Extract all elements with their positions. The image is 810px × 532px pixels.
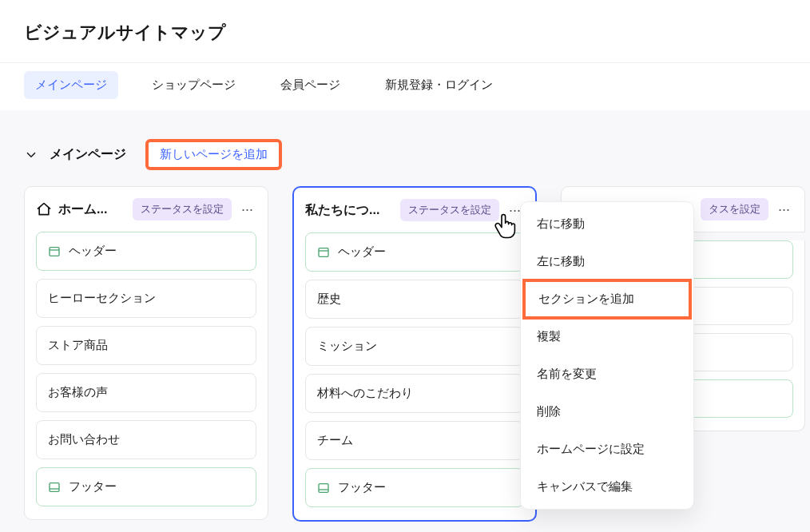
section-item-header[interactable]: ヘッダー xyxy=(305,232,524,272)
layout-icon xyxy=(48,245,61,258)
svg-rect-6 xyxy=(319,483,328,492)
section-item[interactable]: ミッション xyxy=(305,327,524,366)
page-card-home[interactable]: ホーム... ステータスを設定 ··· ヘッダー ヒーローセクション ストア商品… xyxy=(24,186,268,520)
section-label: チーム xyxy=(317,433,353,448)
section-label: ストア商品 xyxy=(48,338,108,353)
cursor-hand-icon xyxy=(492,212,518,239)
section-item[interactable]: 材料へのこだわり xyxy=(305,374,524,413)
menu-item-add-section[interactable]: セクションを追加 xyxy=(522,279,692,320)
more-icon[interactable]: ··· xyxy=(238,202,256,216)
menu-item-rename[interactable]: 名前を変更 xyxy=(521,355,693,393)
section-item[interactable]: 歴史 xyxy=(305,280,524,319)
tab-main[interactable]: メインページ xyxy=(24,71,118,99)
section-label: ヒーローセクション xyxy=(48,291,156,306)
section-item[interactable]: お客様の声 xyxy=(36,373,256,412)
section-item[interactable]: ヒーローセクション xyxy=(36,279,256,318)
layout-icon xyxy=(317,246,330,259)
menu-item-edit-canvas[interactable]: キャンバスで編集 xyxy=(521,468,693,506)
section-item-footer[interactable]: フッター xyxy=(305,468,524,507)
card-head: 私たちにつ... ステータスを設定 ··· xyxy=(305,199,524,221)
menu-item-duplicate[interactable]: 複製 xyxy=(521,318,693,355)
card-title: 私たちにつ... xyxy=(305,202,394,219)
section-label: お客様の声 xyxy=(48,385,108,400)
section-item-header[interactable]: ヘッダー xyxy=(36,232,256,271)
layout-icon xyxy=(48,481,61,494)
section-label: ヘッダー xyxy=(338,244,386,260)
menu-item-move-right[interactable]: 右に移動 xyxy=(521,205,693,243)
section-title: メインページ xyxy=(50,146,126,163)
svg-rect-4 xyxy=(319,248,328,256)
section-item-footer[interactable]: フッター xyxy=(36,467,256,506)
section-label: ミッション xyxy=(317,339,377,354)
svg-rect-2 xyxy=(50,482,59,491)
section-label: ヘッダー xyxy=(69,244,117,259)
tab-shop[interactable]: ショップページ xyxy=(141,71,247,99)
section-list: ヘッダー 歴史 ミッション 材料へのこだわり チーム フッター xyxy=(305,232,524,507)
section-header: メインページ 新しいページを追加 xyxy=(0,110,810,186)
menu-item-delete[interactable]: 削除 xyxy=(521,393,693,431)
tabbar: メインページ ショップページ 会員ページ 新規登録・ログイン xyxy=(0,63,810,110)
section-item[interactable]: お問い合わせ xyxy=(36,420,256,459)
section-label: 歴史 xyxy=(317,292,341,307)
more-icon[interactable]: ··· xyxy=(775,202,793,216)
card-head: ホーム... ステータスを設定 ··· xyxy=(36,198,256,220)
layout-icon xyxy=(317,482,330,494)
chevron-down-icon[interactable] xyxy=(24,148,38,162)
context-menu: 右に移動 左に移動 セクションを追加 複製 名前を変更 削除 ホームページに設定… xyxy=(520,201,694,510)
tab-login[interactable]: 新規登録・ログイン xyxy=(374,71,504,99)
section-label: フッター xyxy=(69,479,117,494)
menu-item-set-home[interactable]: ホームページに設定 xyxy=(521,431,693,468)
section-item[interactable]: ストア商品 xyxy=(36,326,256,365)
section-label: 材料へのこだわり xyxy=(317,386,413,401)
status-chip[interactable]: ステータスを設定 xyxy=(400,199,499,221)
status-chip[interactable]: タスを設定 xyxy=(701,198,768,220)
card-title: ホーム... xyxy=(58,201,126,218)
tab-member[interactable]: 会員ページ xyxy=(269,71,351,99)
section-item[interactable]: チーム xyxy=(305,421,524,460)
section-list: ヘッダー ヒーローセクション ストア商品 お客様の声 お問い合わせ フッター xyxy=(36,232,256,506)
home-icon xyxy=(36,201,52,217)
page-title: ビジュアルサイトマップ xyxy=(0,0,810,63)
add-page-button[interactable]: 新しいページを追加 xyxy=(145,139,282,170)
svg-rect-0 xyxy=(50,247,59,256)
status-chip[interactable]: ステータスを設定 xyxy=(133,198,232,220)
menu-item-move-left[interactable]: 左に移動 xyxy=(521,243,693,280)
section-label: お問い合わせ xyxy=(48,432,120,447)
section-label: フッター xyxy=(338,480,386,495)
